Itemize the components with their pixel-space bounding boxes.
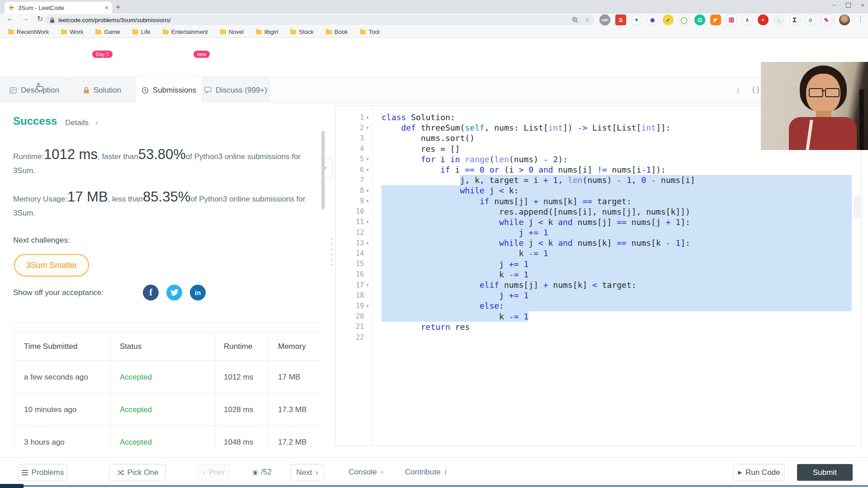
code-line[interactable]: return res <box>373 322 861 332</box>
folder-icon <box>8 30 14 34</box>
new-tab-button[interactable]: + <box>116 3 121 12</box>
stop-hand-icon[interactable]: ● <box>758 14 769 25</box>
code-line[interactable]: while j < k and nums[k] == nums[k - 1]: <box>373 238 861 248</box>
code-line[interactable]: else: <box>373 300 861 311</box>
forward-icon[interactable]: → <box>22 14 29 23</box>
boomerang-icon[interactable]: ∧ <box>742 14 753 25</box>
refresh-icon[interactable]: ↻ <box>37 14 43 23</box>
pick-one-button[interactable]: Pick One <box>109 464 166 481</box>
code-editor[interactable]: 1▾2▾345▾6▾78▾9▾1011▾1213▾14151617▾1819▾2… <box>335 105 861 446</box>
bookmark-star-icon[interactable]: ☆ <box>584 16 590 23</box>
fold-arrow-icon[interactable]: ▾ <box>364 188 371 193</box>
code-line[interactable] <box>373 332 861 343</box>
funnel-icon[interactable]: ▼ <box>631 14 642 25</box>
metamask-icon[interactable]: ◤ <box>710 14 721 25</box>
fold-arrow-icon[interactable]: ▾ <box>364 157 371 161</box>
bookmark-item[interactable]: Novel <box>220 28 244 35</box>
sigma-icon[interactable]: Σ <box>789 14 800 25</box>
next-button[interactable]: Next › <box>291 464 324 481</box>
bookmark-item[interactable]: Life <box>132 28 151 35</box>
editor-info-icon[interactable]: i <box>737 86 739 95</box>
browser-tab[interactable]: 3Sum - LeetCode × <box>5 2 112 14</box>
fold-arrow-icon[interactable]: ▾ <box>364 199 371 203</box>
fold-arrow-icon[interactable]: ▾ <box>364 241 371 245</box>
table-row[interactable]: a few seconds agoAccepted1012 ms17 MB <box>14 361 321 394</box>
code-line[interactable]: k -= 1 <box>373 269 861 280</box>
code-line[interactable]: j, k, target = i + 1, len(nums) - 1, 0 -… <box>373 175 861 185</box>
code-text: res.append([nums[i], nums[j], nums[k]]) <box>373 206 861 217</box>
console-button[interactable]: Console ▾ <box>349 468 383 477</box>
tab-close-icon[interactable]: × <box>105 5 108 11</box>
browser-profile-avatar[interactable] <box>839 14 850 25</box>
fold-arrow-icon[interactable]: ▾ <box>364 283 371 287</box>
fold-arrow-icon[interactable]: ▾ <box>364 220 371 224</box>
submit-button[interactable]: Submit <box>797 464 853 481</box>
prev-button[interactable]: ‹ Prev <box>198 464 230 481</box>
code-line[interactable]: k -= 1 <box>373 311 861 322</box>
adblock-plus-icon[interactable]: ABP <box>599 14 610 25</box>
bookmark-item[interactable]: Game <box>95 28 120 35</box>
details-link[interactable]: Details › <box>65 118 98 127</box>
lime-icon[interactable]: ◯ <box>679 14 689 25</box>
line-number: 12 <box>356 229 364 237</box>
challenge-3sum-smaller-button[interactable]: 3Sum Smaller <box>14 254 89 277</box>
code-line[interactable]: k -= 1 <box>373 248 861 258</box>
check-icon[interactable]: ✓ <box>663 14 674 25</box>
address-bar[interactable]: leetcode.com/problems/3sum/submissions/ … <box>45 15 594 25</box>
bookmark-item[interactable]: Stock <box>290 28 314 35</box>
linkedin-icon[interactable]: in <box>190 285 206 300</box>
maximize-icon[interactable] <box>846 3 851 8</box>
code-line[interactable]: for i in range(len(nums) - 2): <box>373 154 861 164</box>
grammarly-icon[interactable]: G <box>694 14 705 25</box>
zoom-icon[interactable] <box>572 17 579 23</box>
tab-solution[interactable]: Solution <box>69 77 136 103</box>
down-arrow-icon[interactable]: ↓ <box>774 14 784 25</box>
pencil-cjk-icon[interactable]: ✎ <box>821 14 832 25</box>
panel-splitter-handle[interactable] <box>330 238 332 265</box>
editor-settings-icon[interactable]: { } <box>752 85 759 94</box>
evernote-icon[interactable]: e <box>805 14 816 25</box>
browser-menu-icon[interactable]: ⋮ <box>857 15 864 23</box>
folder-icon <box>360 30 366 34</box>
fold-arrow-icon[interactable]: ▾ <box>364 126 371 130</box>
nav-badge: Day 7 <box>92 51 113 58</box>
tab-discuss[interactable]: Discuss (999+) <box>203 77 269 103</box>
bookmark-item[interactable]: Work <box>61 28 83 35</box>
code-line[interactable]: if i == 0 or (i > 0 and nums[i] != nums[… <box>373 164 861 175</box>
bookmark-item[interactable]: libgirl <box>256 28 278 35</box>
code-line[interactable]: while j < k and nums[j] == nums[j + 1]: <box>373 217 861 227</box>
code-line[interactable]: res.append([nums[i], nums[j], nums[k]]) <box>373 206 861 217</box>
fold-arrow-icon[interactable]: ▾ <box>364 304 371 308</box>
s-red-icon[interactable]: S <box>615 14 626 25</box>
facebook-icon[interactable]: f <box>143 285 159 300</box>
minimize-icon[interactable]: ─ <box>833 2 836 8</box>
code-line[interactable]: elif nums[j] + nums[k] < target: <box>373 280 861 290</box>
code-line[interactable]: if nums[j] + nums[k] == target: <box>373 196 861 206</box>
code-line[interactable]: j += 1 <box>373 259 861 269</box>
code-line[interactable]: j += 1 <box>373 290 861 300</box>
contribute-button[interactable]: Contribute i <box>405 468 447 477</box>
run-code-button[interactable]: ▶ Run Code <box>733 464 785 481</box>
fold-arrow-icon[interactable]: ▾ <box>364 168 371 172</box>
bookmark-item[interactable]: Entertainment <box>163 28 208 35</box>
back-icon[interactable]: ← <box>6 14 14 23</box>
code-line[interactable]: while j < k: <box>373 185 861 196</box>
status-accepted-link[interactable]: Accepted <box>120 405 152 414</box>
status-accepted-link[interactable]: Accepted <box>120 438 152 447</box>
bookmark-item[interactable]: Tool <box>360 28 379 35</box>
fold-arrow-icon[interactable]: ▾ <box>364 115 371 120</box>
eye-bubble-icon[interactable]: ◉ <box>647 14 658 25</box>
line-number: 7 <box>360 176 364 184</box>
grid-icon[interactable]: ⊞ <box>726 14 737 25</box>
table-row[interactable]: 3 hours agoAccepted1048 ms17.2 MB <box>14 426 321 447</box>
tab-submissions[interactable]: Submissions <box>136 77 203 103</box>
bookmark-item[interactable]: RecentWork <box>8 28 49 35</box>
window-close-icon[interactable]: × <box>861 2 864 9</box>
code-line[interactable]: j += 1 <box>373 227 861 238</box>
panel-scrollbar[interactable] <box>321 131 325 209</box>
problems-button[interactable]: Problems <box>18 464 67 481</box>
status-accepted-link[interactable]: Accepted <box>120 373 152 382</box>
table-row[interactable]: 10 minutes agoAccepted1028 ms17.3 MB <box>14 394 321 426</box>
bookmark-item[interactable]: Book <box>326 28 348 35</box>
twitter-icon[interactable] <box>166 285 182 300</box>
